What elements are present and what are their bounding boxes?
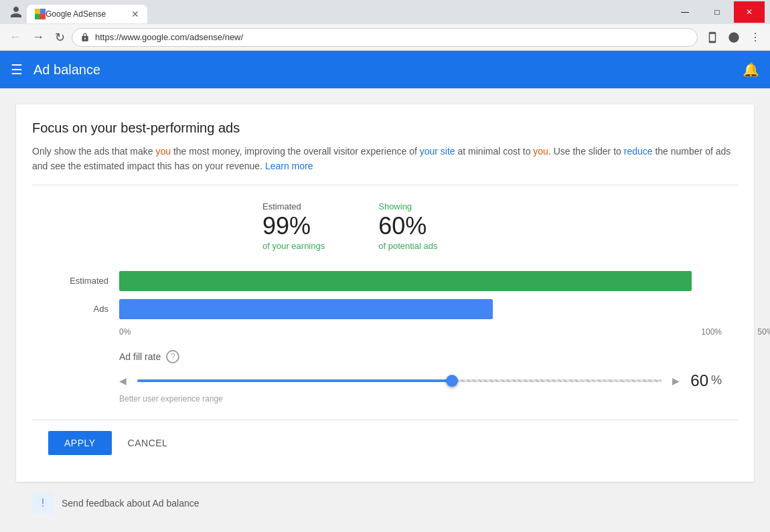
reload-button[interactable]: ↻ (51, 27, 69, 48)
action-row: APPLY CANCEL (32, 420, 738, 466)
page-title: Ad balance (33, 62, 743, 78)
slider-thumb[interactable] (446, 375, 458, 387)
card-title: Focus on your best-performing ads (32, 120, 738, 136)
feedback-bar: ! Send feedback about Ad balance (16, 482, 754, 525)
back-button[interactable]: ← (5, 27, 25, 47)
slider-track (137, 379, 662, 382)
close-button[interactable]: ✕ (734, 1, 765, 23)
svg-rect-0 (35, 9, 40, 14)
bar-chart: Estimated Ads 0% 50% 100% (48, 271, 722, 337)
browser-nav-icons: ⋮ (703, 28, 765, 47)
browser-tab[interactable]: Google AdSense ✕ (27, 5, 147, 23)
new-tab-button[interactable] (147, 5, 174, 23)
estimated-bar-label: Estimated (48, 276, 108, 286)
cancel-button[interactable]: CANCEL (123, 431, 173, 455)
chart-section: Estimated 99% of your earnings Showing 6… (32, 185, 738, 420)
ads-bar-label: Ads (48, 304, 108, 314)
slider-unit: % (711, 373, 722, 387)
svg-rect-3 (40, 14, 46, 19)
notification-bell-icon[interactable]: 🔔 (743, 62, 759, 78)
estimated-label: Estimated (262, 201, 325, 211)
card-header: Focus on your best-performing ads Only s… (32, 120, 738, 185)
slider-value-row: 60 % (690, 371, 722, 390)
axis-row: 0% 50% 100% (119, 327, 722, 337)
arrow-right-icon: ▶ (672, 375, 680, 386)
ads-bar (119, 299, 493, 319)
showing-value: 60% (378, 214, 437, 238)
slider-hatched (452, 379, 662, 382)
svg-rect-2 (35, 14, 40, 19)
svg-rect-1 (40, 9, 46, 14)
feedback-link[interactable]: Send feedback about Ad balance (62, 498, 200, 509)
better-ux-text: Better user experience range (119, 394, 223, 404)
highlight-you2: you (533, 146, 548, 157)
better-ux-label: Better user experience range (119, 394, 722, 404)
app-header: ☰ Ad balance 🔔 (0, 51, 770, 88)
fill-rate-text: Ad fill rate (119, 351, 161, 362)
estimated-bar-container (119, 271, 722, 291)
more-options-icon[interactable]: ⋮ (746, 28, 765, 47)
estimated-bar-row: Estimated (48, 271, 722, 291)
mobile-icon[interactable] (703, 28, 722, 47)
showing-sub: of potential ads (378, 241, 437, 251)
ad-balance-card: Focus on your best-performing ads Only s… (16, 104, 754, 482)
main-content: Focus on your best-performing ads Only s… (0, 88, 770, 532)
slider-row: ◀ ▶ 60 % (119, 371, 722, 390)
tab-favicon (35, 9, 46, 19)
feedback-icon: ! (32, 493, 54, 514)
url-bar[interactable]: https://www.google.com/adsense/new/ (72, 28, 698, 47)
highlight-you: you (155, 146, 171, 157)
showing-label: Showing (378, 201, 437, 211)
highlight-site: your site (420, 146, 455, 157)
slider-wrapper (137, 379, 662, 382)
slider-filled (137, 379, 452, 382)
maximize-button[interactable]: □ (702, 1, 733, 23)
stats-row: Estimated 99% of your earnings Showing 6… (48, 201, 722, 251)
estimated-value: 99% (262, 214, 325, 238)
estimated-bar (119, 271, 692, 291)
ads-bar-row: Ads (48, 299, 722, 319)
tab-title: Google AdSense (46, 9, 126, 19)
showing-stat: Showing 60% of potential ads (378, 201, 437, 251)
ads-bar-container (119, 299, 722, 319)
slider-value: 60 (690, 371, 708, 390)
estimated-stat: Estimated 99% of your earnings (262, 201, 325, 251)
learn-more-link[interactable]: Learn more (265, 161, 313, 171)
forward-button[interactable]: → (28, 27, 48, 47)
highlight-reduce: reduce (624, 146, 653, 157)
fill-rate-label-row: Ad fill rate ? (119, 350, 722, 363)
minimize-button[interactable]: — (670, 1, 700, 23)
apply-button[interactable]: APPLY (48, 431, 112, 455)
user-profile-icon[interactable] (5, 1, 27, 23)
help-icon[interactable]: ? (166, 350, 179, 363)
axis-max: 100% (701, 327, 722, 337)
hamburger-menu-button[interactable]: ☰ (11, 62, 23, 78)
url-text: https://www.google.com/adsense/new/ (95, 32, 243, 42)
lock-icon (80, 33, 90, 42)
axis-min: 0% (119, 327, 131, 337)
navigation-bar: ← → ↻ https://www.google.com/adsense/new… (0, 24, 770, 51)
tab-close-button[interactable]: ✕ (131, 9, 139, 19)
bookmark-icon[interactable] (724, 28, 743, 47)
axis-mid: 50% (757, 327, 770, 337)
fill-rate-section: Ad fill rate ? ◀ ▶ 60 % (48, 350, 722, 404)
window-controls: — □ ✕ (670, 1, 765, 23)
arrow-left-icon: ◀ (119, 375, 127, 386)
estimated-sub: of your earnings (262, 241, 325, 251)
card-description: Only show the ads that make you the most… (32, 144, 738, 174)
